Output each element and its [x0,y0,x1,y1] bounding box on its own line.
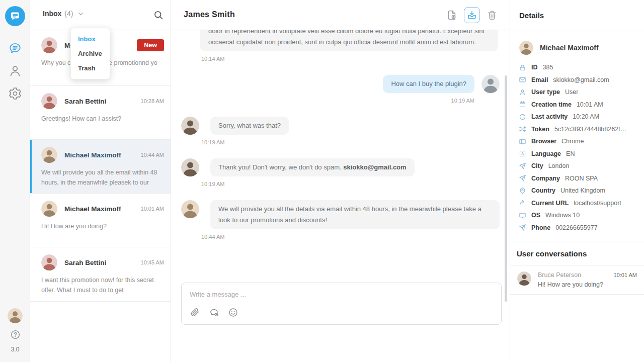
avatar [481,75,500,93]
avatar [181,200,199,218]
chat-logo-icon [9,10,21,22]
detail-value: 5c12c3f9374448b8262f5b… [554,126,630,133]
user-conversation-message: Hi! How are you doing? [538,281,637,288]
detail-label: City [531,162,543,169]
avatar [41,254,57,270]
search-icon[interactable] [153,10,164,20]
note-add-icon[interactable] [446,10,457,21]
message-text: Sorry, what was that? [218,122,281,129]
monitor-icon [519,212,526,219]
folder-dropdown-trigger[interactable]: Inbox (4) [43,10,84,18]
conversation-list-item[interactable]: Michael Maximoff10:01 AMHi! How are you … [30,194,171,247]
avatar [41,201,57,217]
detail-value: 10:01 AM [577,101,603,108]
detail-label: Language [531,150,561,157]
user-conversation-list: Bruce Peterson10:01 AMHi! How are you do… [510,265,644,295]
canned-response-icon[interactable] [209,307,219,318]
detail-value: EN [566,150,575,157]
profile-avatar[interactable] [8,308,23,323]
paper-plane-icon [519,174,526,182]
refresh-icon [519,113,526,121]
lock-icon [519,64,526,71]
detail-value: London [548,162,570,169]
avatar [517,272,531,286]
detail-row: ID385 [519,64,636,71]
user-icon [519,88,526,96]
dropdown-item-trash[interactable]: Trash [71,61,110,75]
envelope-icon [519,76,526,83]
detail-value: User [565,88,578,96]
new-badge: New [137,39,164,51]
detail-label: OS [531,212,540,219]
conversation-preview: We will provide you all the email within… [41,167,164,188]
settings-icon[interactable] [8,86,22,101]
detail-value: ROON SPA [565,175,598,182]
message-bubble: Thank you! Don't worry, we don't do spam… [210,158,415,176]
archive-download-icon[interactable] [464,7,480,23]
message-list: dolor in reprehenderit in voluptate veli… [171,30,510,307]
detail-value: 002266655977 [555,224,597,231]
details-panel: Details Michael Maximoff ID385Emailskiok… [510,0,644,362]
chat-title: James Smith [184,10,235,19]
trash-icon[interactable] [487,10,498,21]
detail-row: Last activity10:20 AM [519,113,636,120]
app-logo [5,6,25,26]
message-text: We will provide you all the details via … [218,205,481,224]
detail-value: United Kingdom [560,187,605,194]
detail-row: Current URLlocalhost/support [519,200,636,207]
smiley-icon[interactable] [228,307,238,318]
conversation-name: Sarah Bettini [64,98,134,105]
details-user: Michael Maximoff [510,31,644,61]
chat-message: dolor in reprehenderit in voluptate veli… [181,30,500,62]
folder-dropdown-menu: InboxArchiveTrash [70,28,110,79]
paper-plane-icon [519,224,526,231]
conversation-list-item[interactable]: Sarah Bettini10:45 AMI want this promoti… [30,247,171,302]
message-time: 10:19 AM [181,98,500,104]
chevron-down-icon [77,11,84,17]
conversation-time: 10:28 AM [141,98,164,104]
message-time: 10:19 AM [181,181,500,187]
message-time: 10:19 AM [181,139,500,145]
detail-label: Token [531,126,549,133]
paperclip-icon[interactable] [190,307,200,318]
message-bubble: How can I buy the plugin? [383,75,474,93]
chat-panel: James Smith [171,0,510,362]
detail-label: User type [531,88,560,96]
avatar [181,117,199,135]
avatar [181,158,199,176]
detail-row: ALanguageEN [519,150,636,157]
detail-label: Country [531,187,555,194]
user-conversation-item[interactable]: Bruce Peterson10:01 AMHi! How are you do… [510,265,644,295]
chat-message: Sorry, what was that?10:19 AM [181,117,500,145]
message-bubble: dolor in reprehenderit in voluptate veli… [200,30,498,51]
message-text: Thank you! Don't worry, we don't do spam… [218,163,343,171]
detail-label: Creation time [531,101,572,108]
user-conversation-time: 10:01 AM [614,272,637,278]
avatar [41,37,57,53]
users-icon[interactable] [8,64,22,78]
browser-icon [519,138,526,145]
detail-value: 385 [543,64,553,71]
chat-scrollbar[interactable] [505,75,507,302]
map-pin-icon [519,187,526,195]
avatar [41,147,57,163]
detail-row: Creation time10:01 AM [519,101,636,108]
detail-value: localhost/support [574,200,621,207]
details-title: Details [510,0,644,31]
conversation-list-item[interactable]: Michael Maximoff10:44 AMWe will provide … [30,140,171,194]
conversation-list-item[interactable]: Sarah Bettini10:28 AMGreetings! How can … [30,86,171,140]
dropdown-item-archive[interactable]: Archive [71,46,110,61]
detail-value: Windows 10 [545,212,580,219]
help-icon[interactable] [10,329,21,340]
message-input[interactable]: Write a message ... [182,283,501,298]
message-text: dolor in reprehenderit in voluptate veli… [208,30,485,46]
dropdown-item-inbox[interactable]: Inbox [71,32,110,46]
user-conversations-title: User conversations [510,242,644,265]
conversations-icon[interactable] [8,41,22,55]
paper-plane-icon [519,162,526,170]
calendar-icon [519,101,526,108]
user-conversation-name: Bruce Peterson [538,272,614,279]
folder-name: Inbox [43,10,61,18]
detail-label: Last activity [531,113,568,120]
detail-row: Emailskiokko@gmail.com [519,76,636,83]
